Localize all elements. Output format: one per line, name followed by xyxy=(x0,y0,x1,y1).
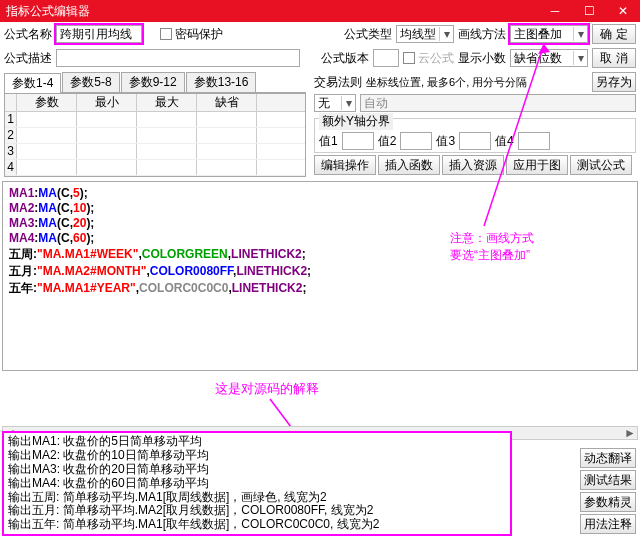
col-params: 参数 xyxy=(17,94,77,111)
col-max: 最大 xyxy=(137,94,197,111)
scroll-right-icon[interactable]: ► xyxy=(623,426,637,440)
ok-button[interactable]: 确 定 xyxy=(592,24,636,44)
checkbox-icon xyxy=(160,28,172,40)
right-bottom-buttons: 动态翻译 测试结果 参数精灵 用法注释 xyxy=(580,448,636,534)
test-result-button[interactable]: 测试结果 xyxy=(580,470,636,490)
col-default: 缺省 xyxy=(197,94,257,111)
maximize-icon[interactable]: ☐ xyxy=(572,0,606,22)
minimize-icon[interactable]: ─ xyxy=(538,0,572,22)
formula-type-label: 公式类型 xyxy=(344,26,392,43)
window-title: 指标公式编辑器 xyxy=(6,0,90,22)
dyn-trans-button[interactable]: 动态翻译 xyxy=(580,448,636,468)
annotation-line-method: 注意：画线方式 要选“主图叠加” xyxy=(450,230,534,264)
password-protect-checkbox[interactable]: 密码保护 xyxy=(160,26,223,43)
trade-rule-label: 交易法则 xyxy=(314,74,362,91)
tab-params-1-4[interactable]: 参数1-4 xyxy=(4,73,61,93)
cancel-button[interactable]: 取 消 xyxy=(592,48,636,68)
annotation-source: 这是对源码的解释 xyxy=(215,380,319,398)
param-tabs: 参数1-4 参数5-8 参数9-12 参数13-16 xyxy=(4,72,306,93)
line-method-select[interactable]: 主图叠加▾ xyxy=(510,25,588,43)
tab-params-5-8[interactable]: 参数5-8 xyxy=(62,72,119,92)
formula-name-label: 公式名称 xyxy=(4,26,52,43)
insert-res-button[interactable]: 插入资源 xyxy=(442,155,504,175)
insert-fn-button[interactable]: 插入函数 xyxy=(378,155,440,175)
extra-y-label: 额外Y轴分界 xyxy=(319,113,393,130)
test-formula-button[interactable]: 测试公式 xyxy=(570,155,632,175)
chevron-down-icon: ▾ xyxy=(439,27,453,41)
close-icon[interactable]: ✕ xyxy=(606,0,640,22)
edit-op-button[interactable]: 编辑操作 xyxy=(314,155,376,175)
trade-rule-select[interactable]: 无▾ xyxy=(314,94,356,112)
formula-name-input[interactable]: 跨期引用均线 xyxy=(56,25,142,43)
extra-y-group: 额外Y轴分界 值1 值2 值3 值4 xyxy=(314,118,636,153)
params-table: 参数 最小 最大 缺省 1 2 3 4 xyxy=(4,93,306,177)
val2-input[interactable] xyxy=(400,132,432,150)
chevron-down-icon: ▾ xyxy=(573,27,587,41)
show-decimal-select[interactable]: 缺省位数▾ xyxy=(510,49,588,67)
val1-input[interactable] xyxy=(342,132,374,150)
val4-input[interactable] xyxy=(518,132,550,150)
tab-params-13-16[interactable]: 参数13-16 xyxy=(186,72,257,92)
coord-pos-label: 坐标线位置, 最多6个, 用分号分隔 xyxy=(366,75,527,90)
tab-params-9-12[interactable]: 参数9-12 xyxy=(121,72,185,92)
window-controls: ─ ☐ ✕ xyxy=(538,0,640,22)
param-wiz-button[interactable]: 参数精灵 xyxy=(580,492,636,512)
usage-button[interactable]: 用法注释 xyxy=(580,514,636,534)
title-bar: 指标公式编辑器 ─ ☐ ✕ xyxy=(0,0,640,22)
code-editor[interactable]: MA1:MA(C,5); MA2:MA(C,10); MA3:MA(C,20);… xyxy=(2,181,638,371)
formula-desc-input[interactable] xyxy=(56,49,300,67)
apply-chart-button[interactable]: 应用于图 xyxy=(506,155,568,175)
show-decimal-label: 显示小数 xyxy=(458,50,506,67)
chevron-down-icon: ▾ xyxy=(573,51,587,65)
cloud-formula-checkbox: 云公式 xyxy=(403,50,454,67)
val3-input[interactable] xyxy=(459,132,491,150)
saveas-button[interactable]: 另存为 xyxy=(592,72,636,92)
formula-desc-label: 公式描述 xyxy=(4,50,52,67)
checkbox-icon xyxy=(403,52,415,64)
chevron-down-icon: ▾ xyxy=(341,96,355,110)
col-min: 最小 xyxy=(77,94,137,111)
formula-type-select[interactable]: 均线型▾ xyxy=(396,25,454,43)
formula-version-label: 公式版本 xyxy=(321,50,369,67)
line-method-label: 画线方法 xyxy=(458,26,506,43)
coord-input[interactable]: 自动 xyxy=(360,94,636,112)
formula-version-input[interactable] xyxy=(373,49,399,67)
explanation-box: 输出MA1: 收盘价的5日简单移动平均 输出MA2: 收盘价的10日简单移动平均… xyxy=(2,431,512,536)
